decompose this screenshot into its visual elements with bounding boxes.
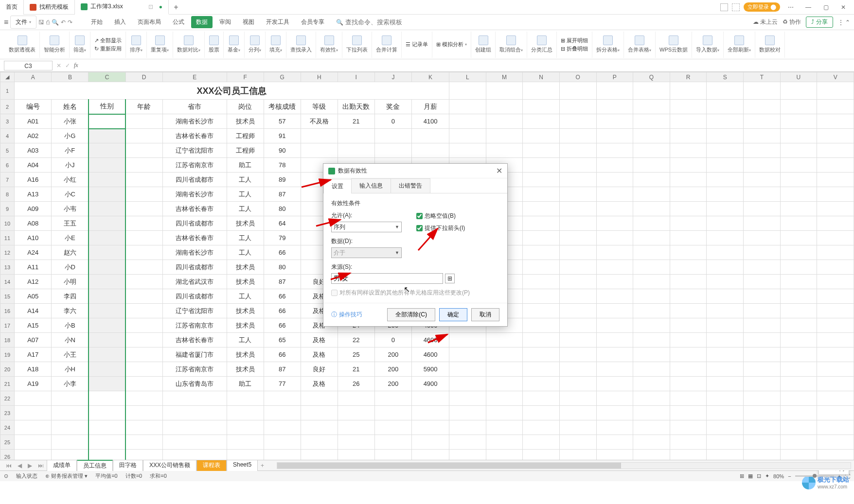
- ribbon-split[interactable]: 分列▾: [245, 32, 266, 58]
- cell[interactable]: [89, 173, 125, 187]
- cell[interactable]: [89, 231, 125, 245]
- grid1-icon[interactable]: [720, 3, 728, 11]
- menu-start[interactable]: 开始: [86, 16, 107, 28]
- ribbon-filter-opts[interactable]: ↗ 全部显示↻ 重新应用: [90, 32, 126, 58]
- ribbon-proof[interactable]: 数据校对: [755, 32, 785, 58]
- row-header[interactable]: 11: [0, 231, 15, 245]
- ribbon-collapse-icon[interactable]: ⋮ ⌃: [838, 19, 850, 26]
- ok-button[interactable]: 确定: [439, 308, 467, 321]
- cell[interactable]: [125, 231, 162, 245]
- close-button[interactable]: ✕: [836, 1, 850, 13]
- cell[interactable]: 小E: [52, 231, 89, 245]
- cell[interactable]: A09: [14, 202, 52, 216]
- cell[interactable]: A08: [14, 216, 52, 231]
- cell[interactable]: 技术员: [227, 304, 264, 318]
- cell[interactable]: 64: [264, 216, 301, 231]
- ribbon-lookup[interactable]: 查找录入: [286, 32, 316, 58]
- cell[interactable]: [125, 377, 162, 391]
- sheet-add[interactable]: +: [258, 462, 267, 469]
- menu-dev[interactable]: 开发工具: [261, 16, 294, 28]
- sheet-tab[interactable]: 课程表: [196, 460, 227, 471]
- ribbon-group[interactable]: 创建组: [471, 32, 496, 58]
- tab-add[interactable]: +: [169, 3, 183, 12]
- cell[interactable]: 小李: [52, 377, 89, 391]
- cell[interactable]: 66: [264, 245, 301, 260]
- cell[interactable]: 77: [264, 377, 301, 391]
- cell[interactable]: [125, 245, 162, 260]
- cell[interactable]: [412, 129, 449, 143]
- sheet-tab[interactable]: 成绩单: [47, 460, 77, 471]
- cell[interactable]: 0: [374, 114, 411, 129]
- cell[interactable]: [125, 158, 162, 173]
- cell[interactable]: 小D: [52, 260, 89, 275]
- preview-icon[interactable]: 🔍: [52, 19, 59, 26]
- cell[interactable]: 吉林省长春市: [162, 231, 227, 245]
- cell[interactable]: 及格: [301, 333, 338, 348]
- row-header[interactable]: 12: [0, 245, 15, 260]
- ribbon-fund[interactable]: 基金▾: [224, 32, 245, 58]
- column-header[interactable]: 性别: [89, 100, 125, 114]
- cell[interactable]: [89, 114, 125, 129]
- cloud-status[interactable]: ☁ 未上云: [753, 18, 778, 26]
- cell[interactable]: 小C: [52, 187, 89, 202]
- column-header[interactable]: 出勤天数: [338, 100, 374, 114]
- share-button[interactable]: ⤴ 分享: [806, 17, 833, 28]
- tab-menu-icon[interactable]: ⊡: [148, 3, 153, 10]
- cell[interactable]: 小B: [52, 318, 89, 333]
- cell[interactable]: 80: [264, 202, 301, 216]
- ribbon-import[interactable]: 导入数据▾: [692, 32, 724, 58]
- cell[interactable]: A19: [14, 377, 52, 391]
- sheet-nav-last[interactable]: ⏭: [35, 462, 47, 469]
- col-F[interactable]: F: [227, 72, 264, 82]
- ribbon-dup[interactable]: 重复项▾: [147, 32, 173, 58]
- cell[interactable]: [89, 377, 125, 391]
- sheet-nav-prev[interactable]: ◀: [15, 462, 25, 469]
- redo-icon[interactable]: ↷: [68, 19, 72, 26]
- cell[interactable]: [374, 143, 411, 158]
- cell[interactable]: 及格: [301, 348, 338, 362]
- sheet-tab[interactable]: 员工信息: [77, 460, 113, 471]
- cell[interactable]: [89, 216, 125, 231]
- fx-icon[interactable]: fx: [74, 62, 78, 69]
- cell[interactable]: 江苏省南京市: [162, 362, 227, 377]
- view-page-icon[interactable]: ▦: [748, 473, 753, 479]
- menu-view[interactable]: 视图: [238, 16, 259, 28]
- cell[interactable]: 4900: [412, 377, 449, 391]
- cell[interactable]: [89, 362, 125, 377]
- row-header[interactable]: 10: [0, 216, 15, 231]
- login-button[interactable]: 立即登录 ⬤: [744, 2, 780, 12]
- coop-button[interactable]: ♻ 协作: [783, 18, 801, 26]
- menu-vip[interactable]: 会员专享: [296, 16, 329, 28]
- ribbon-refresh[interactable]: 全部刷新▾: [724, 32, 755, 58]
- cell[interactable]: [125, 260, 162, 275]
- cell[interactable]: [89, 260, 125, 275]
- cell[interactable]: 22: [338, 333, 374, 348]
- menu-formula[interactable]: 公式: [168, 16, 189, 28]
- range-picker-button[interactable]: ⊞: [445, 274, 455, 283]
- column-header[interactable]: 姓名: [52, 100, 89, 114]
- cell[interactable]: A10: [14, 231, 52, 245]
- cell[interactable]: [301, 143, 338, 158]
- cell[interactable]: [89, 187, 125, 202]
- cell[interactable]: 4100: [412, 114, 449, 129]
- cell[interactable]: 湖北省武汉市: [162, 275, 227, 289]
- col-K[interactable]: K: [412, 72, 449, 82]
- column-header[interactable]: 编号: [14, 100, 52, 114]
- table-title[interactable]: XXX公司员工信息: [14, 82, 449, 100]
- cell[interactable]: 25: [338, 348, 374, 362]
- cell[interactable]: [125, 187, 162, 202]
- ribbon-ungroup[interactable]: 取消组合▾: [496, 32, 527, 58]
- cell[interactable]: [89, 275, 125, 289]
- cell[interactable]: 湖南省长沙市: [162, 114, 227, 129]
- options-icon[interactable]: ⋯: [784, 1, 798, 13]
- col-I[interactable]: I: [338, 72, 374, 82]
- cell[interactable]: 不及格: [301, 114, 338, 129]
- row-header[interactable]: 13: [0, 260, 15, 275]
- cell[interactable]: [89, 318, 125, 333]
- cell[interactable]: [125, 129, 162, 143]
- tab-workbook[interactable]: 工作簿3.xlsx ⊡ ●: [75, 0, 169, 15]
- ribbon-consolidate[interactable]: 合并计算: [372, 32, 402, 58]
- cell[interactable]: 91: [264, 129, 301, 143]
- search-input[interactable]: [345, 18, 404, 26]
- source-input[interactable]: [331, 273, 443, 284]
